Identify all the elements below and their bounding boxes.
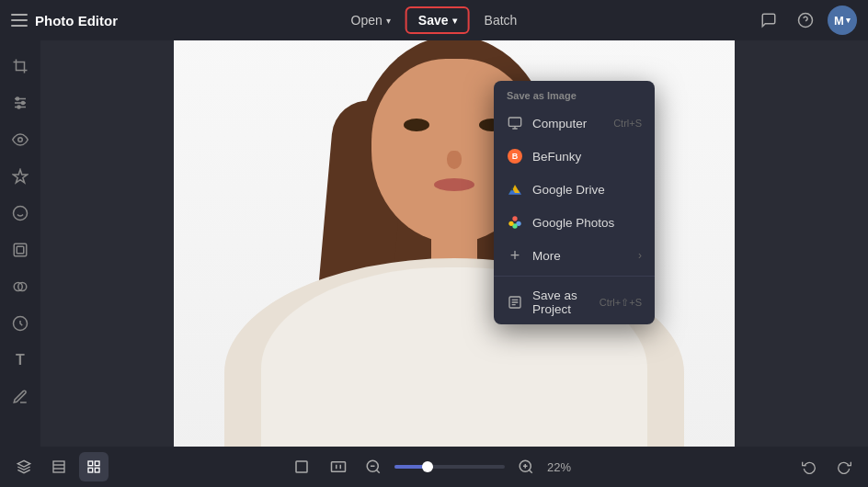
save-gdrive-item[interactable]: Google Drive [494,173,655,206]
save-project-label: Save as Project [532,289,590,316]
sidebar-item-overlays[interactable] [4,270,37,303]
save-befunky-item[interactable]: B BeFunky [494,140,655,173]
save-button[interactable]: Save ▾ [405,6,470,34]
zoom-out-button[interactable] [361,455,385,479]
chat-icon-button[interactable] [754,6,783,35]
nose [447,151,462,169]
save-chevron-icon: ▾ [452,16,457,26]
sidebar-item-frames[interactable] [4,233,37,266]
dropdown-header: Save as Image [494,81,655,107]
topbar-center: Open ▾ Save ▾ Batch [340,6,529,34]
layers-tool-button[interactable] [9,452,39,481]
svg-rect-30 [95,461,99,466]
save-project-shortcut: Ctrl+⇧+S [600,297,642,309]
batch-button[interactable]: Batch [474,7,529,33]
zoom-slider-thumb [422,461,433,472]
save-gdrive-label: Google Drive [532,183,605,197]
undo-button[interactable] [794,452,824,481]
svg-point-7 [17,106,20,108]
befunky-icon: B [507,148,523,164]
save-computer-item[interactable]: Computer Ctrl+S [494,107,655,140]
frame-tool-button[interactable] [44,452,74,481]
avatar[interactable]: M ▾ [828,6,857,35]
project-icon [507,294,523,311]
topbar-right: M ▾ [754,6,857,35]
sidebar-item-preview[interactable] [4,123,37,156]
svg-point-23 [508,221,513,226]
svg-point-6 [22,102,25,105]
save-label: Save [418,13,449,28]
svg-rect-12 [14,244,27,256]
batch-label: Batch [485,13,518,28]
sidebar-item-draw[interactable] [4,380,37,413]
save-gphotos-item[interactable]: Google Photos [494,206,655,239]
menu-icon[interactable] [11,14,28,27]
sidebar-item-text[interactable]: T [4,344,37,377]
eye-left [404,119,429,131]
canvas-area: Save as Image Computer Ctrl+S B BeFunky [40,40,868,447]
save-computer-shortcut: Ctrl+S [613,118,642,129]
svg-rect-34 [332,462,346,472]
svg-line-41 [529,470,531,472]
crop-controls: 22% [288,453,580,481]
zoom-percent: 22% [547,460,580,474]
open-chevron-icon: ▾ [386,16,391,26]
save-gphotos-label: Google Photos [532,216,614,230]
save-more-item[interactable]: + More › [494,239,655,272]
topbar-left: Photo Editor [11,13,118,28]
crop-frame-button[interactable] [288,453,315,481]
sidebar-item-adjustments[interactable] [4,86,37,119]
text-tool-icon: T [16,352,25,368]
sidebar-item-touchup[interactable] [4,160,37,193]
svg-point-20 [512,216,517,221]
bottom-left-tools [9,452,108,481]
google-drive-icon [507,181,523,198]
svg-rect-33 [296,461,307,472]
sidebar: T [0,40,40,447]
topbar: Photo Editor Open ▾ Save ▾ Batch [0,0,868,40]
svg-rect-31 [88,468,93,472]
save-dropdown-menu: Save as Image Computer Ctrl+S B BeFunky [494,81,655,324]
svg-line-38 [376,470,379,472]
help-icon-button[interactable] [791,6,820,35]
sidebar-item-stickers[interactable] [4,307,37,340]
zoom-slider[interactable] [394,465,505,469]
save-more-label: More [532,249,561,263]
grid-tool-button[interactable] [79,452,108,481]
svg-rect-29 [88,461,93,466]
avatar-chevron-icon: ▾ [846,16,851,25]
svg-rect-32 [95,468,99,472]
app-title: Photo Editor [35,13,118,28]
sidebar-item-effects[interactable] [4,197,37,230]
bottombar: 22% [0,447,868,487]
lips [434,178,474,191]
zoom-in-button[interactable] [514,455,538,479]
open-button[interactable]: Open ▾ [340,7,402,33]
google-photos-icon [507,214,523,231]
svg-rect-13 [17,246,24,254]
svg-point-8 [18,138,23,142]
redo-button[interactable] [829,452,859,481]
svg-marker-25 [17,460,29,467]
aspect-ratio-button[interactable] [325,453,352,481]
save-project-item[interactable]: Save as Project Ctrl+⇧+S [494,280,655,324]
more-plus-icon: + [507,247,523,264]
avatar-initials: M [834,14,844,28]
save-computer-label: Computer [532,117,587,130]
open-label: Open [351,13,383,28]
dropdown-divider [494,276,655,277]
more-arrow-icon: › [638,249,642,262]
svg-point-9 [14,207,28,221]
svg-rect-17 [508,118,520,126]
svg-point-5 [17,97,19,100]
save-befunky-label: BeFunky [532,150,581,164]
svg-rect-26 [53,461,64,472]
main-area: T [0,40,868,447]
bottom-right-tools [794,452,859,481]
sidebar-item-crop[interactable] [4,50,37,83]
computer-icon [507,115,523,131]
